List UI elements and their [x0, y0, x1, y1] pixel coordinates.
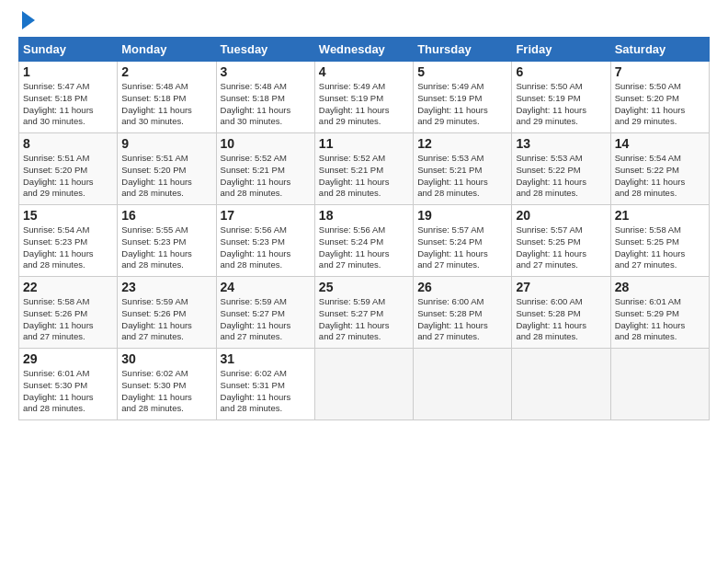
- day-info: Sunrise: 5:51 AM Sunset: 5:20 PM Dayligh…: [23, 153, 113, 200]
- calendar-cell: 1Sunrise: 5:47 AM Sunset: 5:18 PM Daylig…: [19, 62, 118, 133]
- day-number: 13: [516, 136, 606, 151]
- day-number: 19: [417, 208, 507, 223]
- calendar-header-row: SundayMondayTuesdayWednesdayThursdayFrid…: [19, 38, 710, 62]
- calendar-cell: 7Sunrise: 5:50 AM Sunset: 5:20 PM Daylig…: [610, 62, 709, 133]
- day-number: 14: [615, 136, 705, 151]
- day-info: Sunrise: 5:50 AM Sunset: 5:19 PM Dayligh…: [516, 81, 606, 128]
- calendar-header-monday: Monday: [118, 38, 216, 62]
- calendar-cell: 29Sunrise: 6:01 AM Sunset: 5:30 PM Dayli…: [19, 349, 118, 420]
- calendar-cell: 24Sunrise: 5:59 AM Sunset: 5:27 PM Dayli…: [216, 277, 314, 349]
- day-number: 22: [23, 280, 113, 294]
- calendar-cell: 19Sunrise: 5:57 AM Sunset: 5:24 PM Dayli…: [414, 205, 512, 277]
- calendar-cell: 18Sunrise: 5:56 AM Sunset: 5:24 PM Dayli…: [314, 205, 413, 277]
- calendar-cell: 14Sunrise: 5:54 AM Sunset: 5:22 PM Dayli…: [610, 133, 709, 205]
- calendar-week-5: 29Sunrise: 6:01 AM Sunset: 5:30 PM Dayli…: [19, 349, 710, 420]
- calendar-cell: 9Sunrise: 5:51 AM Sunset: 5:20 PM Daylig…: [118, 133, 216, 205]
- day-number: 3: [221, 64, 311, 79]
- page: SundayMondayTuesdayWednesdayThursdayFrid…: [0, 0, 728, 430]
- day-info: Sunrise: 5:57 AM Sunset: 5:25 PM Dayligh…: [516, 224, 606, 271]
- logo-arrow-icon: [22, 11, 35, 29]
- day-info: Sunrise: 5:59 AM Sunset: 5:27 PM Dayligh…: [221, 296, 311, 343]
- calendar-cell: 20Sunrise: 5:57 AM Sunset: 5:25 PM Dayli…: [512, 205, 610, 277]
- day-number: 18: [319, 208, 409, 223]
- day-info: Sunrise: 5:58 AM Sunset: 5:26 PM Dayligh…: [23, 296, 113, 343]
- calendar-cell: 4Sunrise: 5:49 AM Sunset: 5:19 PM Daylig…: [314, 62, 413, 133]
- day-info: Sunrise: 5:54 AM Sunset: 5:22 PM Dayligh…: [615, 153, 705, 200]
- day-number: 30: [121, 351, 211, 366]
- day-info: Sunrise: 5:57 AM Sunset: 5:24 PM Dayligh…: [417, 224, 507, 271]
- day-info: Sunrise: 6:01 AM Sunset: 5:29 PM Dayligh…: [615, 296, 705, 343]
- day-info: Sunrise: 5:48 AM Sunset: 5:18 PM Dayligh…: [221, 81, 311, 128]
- calendar-cell: 11Sunrise: 5:52 AM Sunset: 5:21 PM Dayli…: [314, 133, 413, 205]
- day-number: 20: [516, 208, 606, 223]
- calendar-cell: 17Sunrise: 5:56 AM Sunset: 5:23 PM Dayli…: [216, 205, 314, 277]
- day-number: 12: [417, 136, 507, 151]
- day-info: Sunrise: 5:52 AM Sunset: 5:21 PM Dayligh…: [319, 153, 409, 200]
- calendar-cell: 15Sunrise: 5:54 AM Sunset: 5:23 PM Dayli…: [19, 205, 118, 277]
- calendar-header-wednesday: Wednesday: [314, 38, 413, 62]
- day-info: Sunrise: 5:49 AM Sunset: 5:19 PM Dayligh…: [417, 81, 507, 128]
- calendar-week-3: 15Sunrise: 5:54 AM Sunset: 5:23 PM Dayli…: [19, 205, 710, 277]
- calendar-cell: [314, 349, 413, 420]
- day-number: 11: [319, 136, 409, 151]
- day-number: 28: [615, 280, 705, 294]
- calendar-header-friday: Friday: [512, 38, 610, 62]
- day-info: Sunrise: 5:47 AM Sunset: 5:18 PM Dayligh…: [23, 81, 113, 128]
- day-number: 21: [615, 208, 705, 223]
- calendar-cell: 21Sunrise: 5:58 AM Sunset: 5:25 PM Dayli…: [610, 205, 709, 277]
- day-number: 29: [23, 351, 113, 366]
- calendar-cell: 12Sunrise: 5:53 AM Sunset: 5:21 PM Dayli…: [414, 133, 512, 205]
- day-number: 6: [516, 64, 606, 79]
- calendar-cell: 28Sunrise: 6:01 AM Sunset: 5:29 PM Dayli…: [610, 277, 709, 349]
- day-number: 24: [221, 280, 311, 294]
- day-number: 31: [221, 351, 311, 366]
- header: [18, 15, 710, 29]
- day-number: 26: [417, 280, 507, 294]
- calendar-cell: 3Sunrise: 5:48 AM Sunset: 5:18 PM Daylig…: [216, 62, 314, 133]
- calendar-cell: 27Sunrise: 6:00 AM Sunset: 5:28 PM Dayli…: [512, 277, 610, 349]
- day-number: 4: [319, 64, 409, 79]
- day-number: 23: [121, 280, 211, 294]
- calendar-cell: 26Sunrise: 6:00 AM Sunset: 5:28 PM Dayli…: [414, 277, 512, 349]
- day-info: Sunrise: 6:02 AM Sunset: 5:30 PM Dayligh…: [121, 368, 211, 415]
- day-number: 16: [121, 208, 211, 223]
- calendar-cell: [512, 349, 610, 420]
- day-info: Sunrise: 5:52 AM Sunset: 5:21 PM Dayligh…: [221, 153, 311, 200]
- day-info: Sunrise: 6:00 AM Sunset: 5:28 PM Dayligh…: [417, 296, 507, 343]
- day-number: 15: [23, 208, 113, 223]
- day-info: Sunrise: 5:56 AM Sunset: 5:23 PM Dayligh…: [221, 224, 311, 271]
- day-info: Sunrise: 5:49 AM Sunset: 5:19 PM Dayligh…: [319, 81, 409, 128]
- day-number: 17: [221, 208, 311, 223]
- calendar-week-1: 1Sunrise: 5:47 AM Sunset: 5:18 PM Daylig…: [19, 62, 710, 133]
- calendar-header-saturday: Saturday: [610, 38, 709, 62]
- calendar-cell: 5Sunrise: 5:49 AM Sunset: 5:19 PM Daylig…: [414, 62, 512, 133]
- day-number: 8: [23, 136, 113, 151]
- logo-text: [18, 15, 35, 29]
- calendar-cell: 25Sunrise: 5:59 AM Sunset: 5:27 PM Dayli…: [314, 277, 413, 349]
- calendar-week-2: 8Sunrise: 5:51 AM Sunset: 5:20 PM Daylig…: [19, 133, 710, 205]
- day-number: 25: [319, 280, 409, 294]
- day-number: 2: [121, 64, 211, 79]
- calendar-header-sunday: Sunday: [19, 38, 118, 62]
- day-number: 27: [516, 280, 606, 294]
- calendar-cell: 13Sunrise: 5:53 AM Sunset: 5:22 PM Dayli…: [512, 133, 610, 205]
- day-number: 5: [417, 64, 507, 79]
- logo: [18, 15, 35, 29]
- calendar-cell: 10Sunrise: 5:52 AM Sunset: 5:21 PM Dayli…: [216, 133, 314, 205]
- calendar-cell: [610, 349, 709, 420]
- calendar-header-thursday: Thursday: [414, 38, 512, 62]
- day-info: Sunrise: 5:56 AM Sunset: 5:24 PM Dayligh…: [319, 224, 409, 271]
- calendar-cell: 16Sunrise: 5:55 AM Sunset: 5:23 PM Dayli…: [118, 205, 216, 277]
- calendar-cell: 30Sunrise: 6:02 AM Sunset: 5:30 PM Dayli…: [118, 349, 216, 420]
- day-info: Sunrise: 5:55 AM Sunset: 5:23 PM Dayligh…: [121, 224, 211, 271]
- calendar-cell: [414, 349, 512, 420]
- day-info: Sunrise: 5:50 AM Sunset: 5:20 PM Dayligh…: [615, 81, 705, 128]
- calendar-cell: 6Sunrise: 5:50 AM Sunset: 5:19 PM Daylig…: [512, 62, 610, 133]
- day-info: Sunrise: 5:53 AM Sunset: 5:22 PM Dayligh…: [516, 153, 606, 200]
- calendar-week-4: 22Sunrise: 5:58 AM Sunset: 5:26 PM Dayli…: [19, 277, 710, 349]
- day-info: Sunrise: 5:53 AM Sunset: 5:21 PM Dayligh…: [417, 153, 507, 200]
- day-info: Sunrise: 5:48 AM Sunset: 5:18 PM Dayligh…: [121, 81, 211, 128]
- calendar-cell: 31Sunrise: 6:02 AM Sunset: 5:31 PM Dayli…: [216, 349, 314, 420]
- day-number: 7: [615, 64, 705, 79]
- calendar-cell: 23Sunrise: 5:59 AM Sunset: 5:26 PM Dayli…: [118, 277, 216, 349]
